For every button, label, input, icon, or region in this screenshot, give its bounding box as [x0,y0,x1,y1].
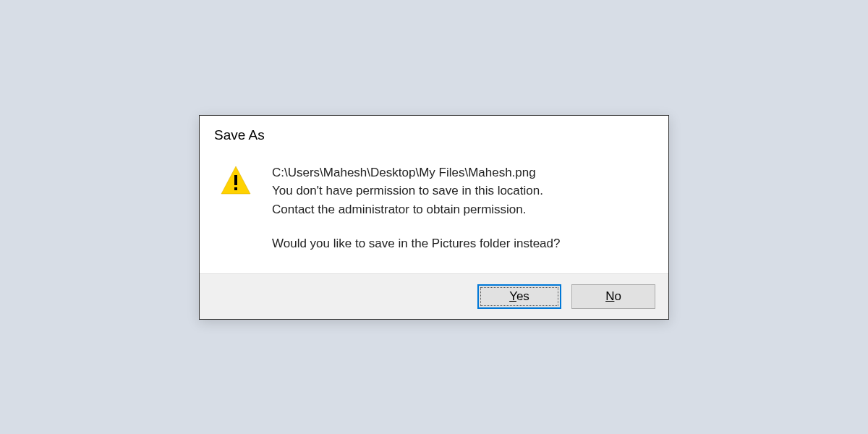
dialog-body: C:\Users\Mahesh\Desktop\My Files\Mahesh.… [200,143,668,273]
yes-button[interactable]: Yes [477,284,561,309]
svg-rect-1 [234,175,237,185]
dialog-title: Save As [200,116,668,143]
save-as-dialog: Save As C:\Users\Mahesh\Desktop\My Files… [199,115,669,320]
no-label-rest: o [614,289,621,303]
no-mnemonic: N [605,289,614,303]
dialog-footer: Yes No [200,273,668,319]
dialog-message: C:\Users\Mahesh\Desktop\My Files\Mahesh.… [272,163,560,253]
yes-mnemonic: Y [509,289,516,303]
message-question: Would you like to save in the Pictures f… [272,234,560,253]
yes-label-rest: es [516,289,529,303]
message-file-path: C:\Users\Mahesh\Desktop\My Files\Mahesh.… [272,163,560,182]
message-permission-denied: You don't have permission to save in thi… [272,182,560,200]
message-contact-admin: Contact the administrator to obtain perm… [272,200,560,219]
warning-icon [220,165,252,197]
message-spacer [272,218,560,234]
svg-rect-2 [234,187,237,190]
no-button[interactable]: No [571,284,655,309]
